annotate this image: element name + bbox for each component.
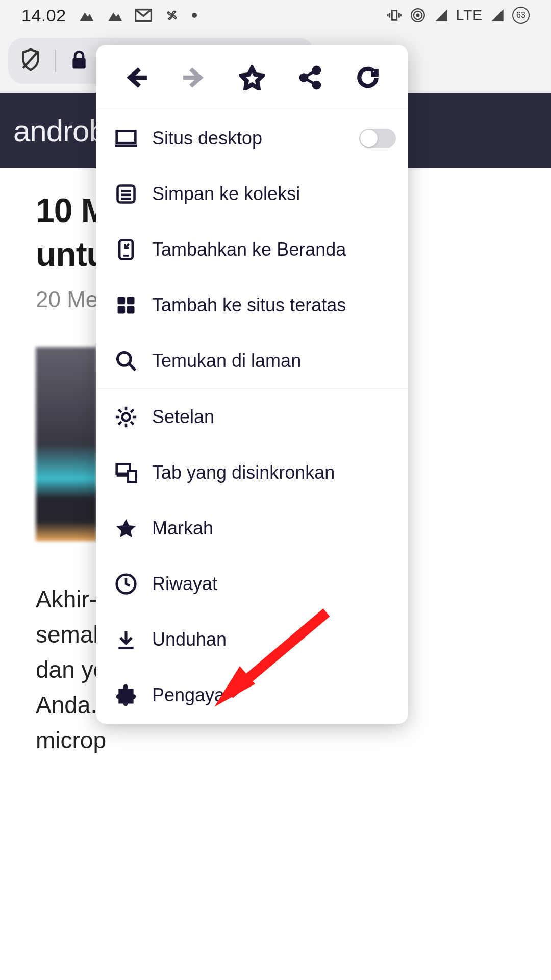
menu-section-page: Situs desktop Simpan ke koleksi Tambahka… [96, 110, 408, 389]
gear-icon [108, 406, 144, 428]
svg-line-37 [118, 422, 121, 425]
pinwheel-icon [163, 8, 181, 22]
more-notifications-dot [192, 13, 197, 18]
reload-button[interactable] [352, 61, 384, 94]
vibrate-icon [386, 8, 403, 22]
svg-rect-25 [127, 297, 135, 304]
star-filled-icon [108, 517, 144, 540]
add-to-home-icon [108, 238, 144, 261]
svg-rect-27 [127, 306, 135, 313]
desktop-icon [108, 127, 144, 150]
menu-item-label: Pengaya [144, 684, 396, 706]
menu-item-desktop-site[interactable]: Situs desktop [96, 110, 408, 166]
network-type: LTE [456, 7, 483, 23]
menu-item-bookmarks[interactable]: Markah [96, 500, 408, 556]
menu-item-settings[interactable]: Setelan [96, 389, 408, 445]
desktop-site-toggle[interactable] [359, 129, 396, 148]
svg-point-28 [118, 352, 131, 365]
divider [55, 50, 56, 72]
hotspot-icon [409, 8, 427, 22]
svg-point-13 [313, 82, 320, 88]
download-icon [108, 628, 144, 651]
forward-button[interactable] [178, 61, 210, 94]
share-button[interactable] [294, 61, 327, 94]
svg-point-12 [313, 67, 320, 74]
menu-item-synced-tabs[interactable]: Tab yang disinkronkan [96, 445, 408, 500]
svg-rect-24 [118, 297, 126, 304]
menu-item-add-home[interactable]: Tambahkan ke Beranda [96, 222, 408, 277]
menu-item-label: Situs desktop [144, 128, 359, 149]
svg-point-30 [122, 413, 130, 421]
signal-icon [433, 8, 450, 22]
menu-item-label: Tab yang disinkronkan [144, 462, 396, 483]
svg-point-11 [300, 74, 307, 81]
lock-icon[interactable] [69, 49, 89, 72]
svg-line-35 [118, 409, 121, 412]
mountain-icon [106, 8, 123, 22]
signal-icon [489, 8, 506, 22]
menu-item-addons[interactable]: Pengaya [96, 667, 408, 723]
menu-item-save-collection[interactable]: Simpan ke koleksi [96, 166, 408, 222]
svg-rect-16 [117, 131, 136, 143]
bookmark-button[interactable] [236, 61, 268, 94]
status-bar: 14.02 LTE 63 [0, 0, 551, 31]
svg-line-38 [131, 409, 134, 412]
menu-item-label: Setelan [144, 406, 396, 428]
mail-icon [135, 8, 152, 22]
mountain-icon [78, 8, 95, 22]
svg-point-6 [416, 14, 419, 17]
battery-level: 63 [516, 11, 525, 20]
collection-icon [108, 183, 144, 205]
puzzle-icon [108, 684, 144, 706]
svg-rect-41 [128, 471, 136, 482]
menu-item-label: Simpan ke koleksi [144, 183, 396, 205]
top-sites-icon [108, 294, 144, 316]
clock-icon [108, 573, 144, 595]
menu-item-label: Tambahkan ke Beranda [144, 239, 396, 260]
svg-rect-10 [72, 58, 85, 69]
synced-tabs-icon [108, 461, 144, 484]
menu-item-downloads[interactable]: Unduhan [96, 611, 408, 667]
menu-nav-row [96, 45, 408, 110]
menu-item-add-top-sites[interactable]: Tambah ke situs teratas [96, 277, 408, 333]
menu-item-find-in-page[interactable]: Temukan di laman [96, 333, 408, 388]
brand-logo: androb [13, 113, 106, 149]
battery-indicator: 63 [512, 7, 530, 24]
menu-item-label: Markah [144, 518, 396, 539]
clock: 14.02 [21, 6, 66, 26]
svg-line-14 [306, 71, 314, 76]
svg-rect-1 [392, 11, 396, 20]
tracking-protection-icon[interactable] [19, 47, 42, 74]
menu-item-label: Tambah ke situs teratas [144, 295, 396, 316]
menu-item-label: Temukan di laman [144, 350, 396, 372]
back-button[interactable] [120, 61, 153, 94]
svg-line-36 [131, 422, 134, 425]
svg-rect-26 [118, 306, 126, 313]
svg-line-15 [306, 79, 314, 83]
browser-menu: Situs desktop Simpan ke koleksi Tambahka… [96, 45, 408, 724]
menu-item-label: Unduhan [144, 629, 396, 650]
menu-item-label: Riwayat [144, 573, 396, 595]
menu-section-app: Setelan Tab yang disinkronkan Markah Riw… [96, 389, 408, 723]
search-icon [108, 350, 144, 372]
svg-line-29 [129, 363, 136, 370]
article-image [36, 347, 97, 541]
menu-item-history[interactable]: Riwayat [96, 556, 408, 611]
